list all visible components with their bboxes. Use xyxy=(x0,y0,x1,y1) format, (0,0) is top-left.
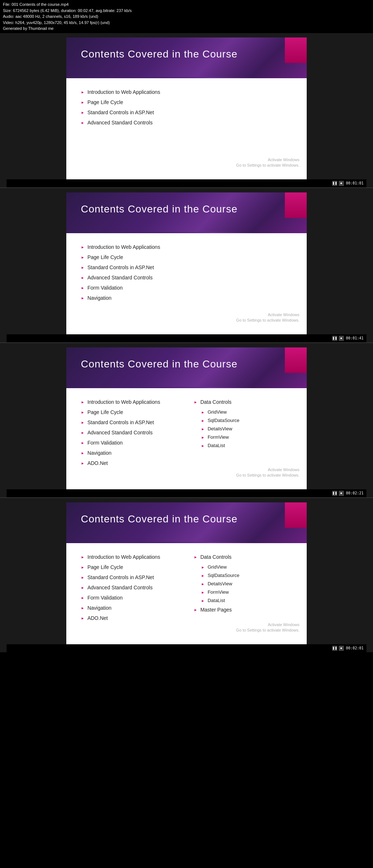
item-text: Data Controls xyxy=(200,554,232,560)
slide-4-title: Contents Covered in the Course xyxy=(81,513,292,525)
pause-button-4[interactable]: ❚❚ xyxy=(332,646,337,651)
arrow-icon: ► xyxy=(81,431,85,435)
list-item: ►Page Life Cycle xyxy=(81,254,292,260)
slide-2-bullet-list: ►Introduction to Web Applications ►Page … xyxy=(81,244,292,301)
activate-text-2: Go to Settings to activate Windows. xyxy=(236,473,299,478)
arrow-icon: ► xyxy=(201,590,205,594)
activate-text-1: Activate Windows xyxy=(236,622,299,628)
arrow-icon: ► xyxy=(81,461,85,465)
item-text: SqlDataSource xyxy=(208,573,239,578)
slide-4: Contents Covered in the Course ►Introduc… xyxy=(66,502,307,644)
slide-1-footer: ❚❚ ■ 00:01:01 xyxy=(7,179,366,187)
list-item: ►Advanced Standard Controls xyxy=(81,120,292,126)
slide-1-left: ►Introduction to Web Applications ►Page … xyxy=(81,89,292,130)
arrow-icon: ► xyxy=(81,616,85,620)
activate-windows-2: Activate Windows Go to Settings to activ… xyxy=(236,312,299,323)
slide-2-left: ►Introduction to Web Applications ►Page … xyxy=(81,244,292,305)
slide-2-footer: ❚❚ ■ 00:01:41 xyxy=(7,334,366,342)
stop-button-3[interactable]: ■ xyxy=(339,491,344,496)
item-text: FormView xyxy=(208,434,229,440)
arrow-icon: ► xyxy=(201,419,205,423)
timecode-1: 00:01:01 xyxy=(346,181,364,185)
arrow-icon: ► xyxy=(201,565,205,569)
arrow-icon: ► xyxy=(201,435,205,439)
pause-button-3[interactable]: ❚❚ xyxy=(332,491,337,496)
item-text: Navigation xyxy=(87,450,111,456)
slide-4-content: ►Introduction to Web Applications ►Page … xyxy=(66,543,307,633)
list-item: ►DataList xyxy=(201,443,292,448)
list-item: ►DetailsView xyxy=(201,426,292,431)
item-text: Introduction to Web Applications xyxy=(87,89,160,95)
item-text: Standard Controls in ASP.Net xyxy=(87,264,154,270)
item-text: GridView xyxy=(208,564,227,570)
list-item: ►Introduction to Web Applications xyxy=(81,244,292,250)
timecode-3: 00:02:21 xyxy=(346,491,364,495)
footer-controls-1: ❚❚ ■ xyxy=(332,181,344,186)
stop-button-4[interactable]: ■ xyxy=(339,646,344,651)
file-info-line5: Generated by Thumbnail me xyxy=(3,25,370,32)
item-text: Data Controls xyxy=(200,399,232,405)
arrow-icon: ► xyxy=(81,421,85,425)
activate-text-1: Activate Windows xyxy=(236,312,299,318)
activate-text-2: Go to Settings to activate Windows. xyxy=(236,318,299,323)
file-info-line1: File: 001 Contents of the course.mp4 xyxy=(3,1,370,8)
timecode-2: 00:01:41 xyxy=(346,336,364,340)
stop-button-1[interactable]: ■ xyxy=(339,181,344,186)
item-text: ADO.Net xyxy=(87,615,108,621)
list-item: ►DetailsView xyxy=(201,581,292,586)
item-text: Introduction to Web Applications xyxy=(87,244,160,250)
slide-3: Contents Covered in the Course ►Introduc… xyxy=(66,347,307,489)
slide-wrapper-3: Contents Covered in the Course ►Introduc… xyxy=(0,343,373,497)
item-text: Standard Controls in ASP.Net xyxy=(87,574,154,580)
list-item: ►Form Validation xyxy=(81,595,179,601)
slide-4-header: Contents Covered in the Course xyxy=(66,502,307,543)
arrow-icon: ► xyxy=(81,266,85,270)
list-item: ►Introduction to Web Applications xyxy=(81,399,179,405)
slide-2-header: Contents Covered in the Course xyxy=(66,192,307,233)
slide-3-right: ►Data Controls ►GridView ►SqlDataSource … xyxy=(194,399,292,470)
arrow-icon: ► xyxy=(81,441,85,445)
list-item: ►Page Life Cycle xyxy=(81,409,179,415)
slide-wrapper-2: Contents Covered in the Course ►Introduc… xyxy=(0,188,373,342)
pause-button-2[interactable]: ❚❚ xyxy=(332,336,337,341)
arrow-icon: ► xyxy=(201,574,205,578)
list-item: ►Page Life Cycle xyxy=(81,564,179,570)
list-item: ►Form Validation xyxy=(81,440,179,446)
list-item: ►Page Life Cycle xyxy=(81,99,292,105)
arrow-icon: ► xyxy=(194,555,197,559)
file-info: File: 001 Contents of the course.mp4 Siz… xyxy=(0,0,373,33)
item-text: Advanced Standard Controls xyxy=(87,430,153,435)
arrow-icon: ► xyxy=(201,427,205,431)
arrow-icon: ► xyxy=(81,596,85,600)
slide-4-sub-list: ►GridView ►SqlDataSource ►DetailsView ►F… xyxy=(201,564,292,603)
list-item: ►SqlDataSource xyxy=(201,573,292,578)
arrow-icon: ► xyxy=(81,100,85,104)
item-text: GridView xyxy=(208,409,227,415)
slide-3-title: Contents Covered in the Course xyxy=(81,358,292,370)
arrow-icon: ► xyxy=(81,276,85,280)
arrow-icon: ► xyxy=(201,599,205,603)
list-item: ►ADO.Net xyxy=(81,460,179,466)
slide-4-master-list: ►Master Pages xyxy=(194,607,292,613)
arrow-icon: ► xyxy=(201,582,205,586)
activate-text-1: Activate Windows xyxy=(236,467,299,473)
slide-1-content: ►Introduction to Web Applications ►Page … xyxy=(66,78,307,137)
activate-text-1: Activate Windows xyxy=(236,157,299,163)
item-text: Form Validation xyxy=(87,595,123,601)
arrow-icon: ► xyxy=(194,608,197,612)
list-item: ►Master Pages xyxy=(194,607,292,613)
list-item: ►FormView xyxy=(201,589,292,595)
list-item: ►ADO.Net xyxy=(81,615,179,621)
list-item: ►Standard Controls in ASP.Net xyxy=(81,574,179,580)
pause-button-1[interactable]: ❚❚ xyxy=(332,181,337,186)
slide-3-right-list: ►Data Controls xyxy=(194,399,292,405)
arrow-icon: ► xyxy=(201,444,205,448)
activate-windows-4: Activate Windows Go to Settings to activ… xyxy=(236,622,299,633)
stop-button-2[interactable]: ■ xyxy=(339,336,344,341)
footer-controls-3: ❚❚ ■ xyxy=(332,491,344,496)
slide-3-footer: ❚❚ ■ 00:02:21 xyxy=(7,489,366,497)
slide-4-bullet-list: ►Introduction to Web Applications ►Page … xyxy=(81,554,179,621)
activate-text-2: Go to Settings to activate Windows. xyxy=(236,163,299,168)
list-item: ►Introduction to Web Applications xyxy=(81,554,179,560)
slide-2: Contents Covered in the Course ►Introduc… xyxy=(66,192,307,334)
